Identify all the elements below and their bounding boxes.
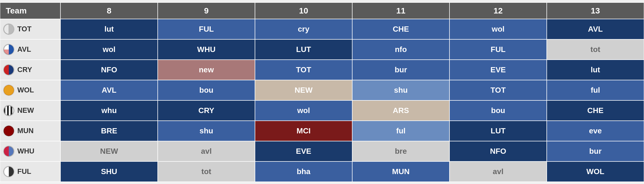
cell-row3-col2[interactable]: NEW bbox=[255, 80, 352, 100]
team-cell-inner: NEW bbox=[3, 105, 60, 116]
team-badge bbox=[3, 64, 15, 76]
team-cell-inner: TOT bbox=[3, 23, 60, 35]
team-header: Team bbox=[0, 2, 60, 19]
cell-row1-col4[interactable]: FUL bbox=[449, 39, 547, 60]
col-9-header: 9 bbox=[158, 2, 255, 19]
team-name: MUN bbox=[17, 127, 34, 135]
team-badge bbox=[3, 125, 15, 137]
cell-row5-col3[interactable]: ful bbox=[352, 121, 449, 141]
cell-row0-col3[interactable]: CHE bbox=[352, 19, 449, 39]
cell-row4-col1[interactable]: CRY bbox=[158, 100, 255, 121]
table-row: FULSHUtotbhaMUNavlWOL bbox=[0, 161, 644, 182]
cell-row4-col5[interactable]: CHE bbox=[547, 100, 644, 121]
cell-row1-col3[interactable]: nfo bbox=[352, 39, 449, 60]
team-cell-inner: WOL bbox=[3, 84, 60, 96]
team-name: WHU bbox=[17, 147, 34, 155]
cell-row2-col4[interactable]: EVE bbox=[449, 60, 547, 80]
team-cell: CRY bbox=[0, 60, 60, 80]
cell-row5-col1[interactable]: shu bbox=[158, 121, 255, 141]
team-cell-inner: AVL bbox=[3, 44, 60, 55]
cell-row5-col4[interactable]: LUT bbox=[449, 121, 547, 141]
cell-row7-col2[interactable]: bha bbox=[255, 161, 352, 182]
table-row: NEWwhuCRYwolARSbouCHE bbox=[0, 100, 644, 121]
cell-row4-col3[interactable]: ARS bbox=[352, 100, 449, 121]
cell-row7-col4[interactable]: avl bbox=[449, 161, 547, 182]
cell-row1-col5[interactable]: tot bbox=[547, 39, 644, 60]
cell-row7-col0[interactable]: SHU bbox=[60, 161, 158, 182]
cell-row0-col0[interactable]: lut bbox=[60, 19, 158, 39]
cell-row4-col0[interactable]: whu bbox=[60, 100, 158, 121]
team-cell: NEW bbox=[0, 100, 60, 121]
team-badge bbox=[3, 44, 15, 55]
team-badge bbox=[3, 105, 15, 116]
cell-row6-col3[interactable]: bre bbox=[352, 141, 449, 161]
cell-row3-col3[interactable]: shu bbox=[352, 80, 449, 100]
table-row: TOTlutFULcryCHEwolAVL bbox=[0, 19, 644, 39]
cell-row5-col2[interactable]: MCI bbox=[255, 121, 352, 141]
col-11-header: 11 bbox=[352, 2, 449, 19]
cell-row2-col5[interactable]: lut bbox=[547, 60, 644, 80]
svg-point-11 bbox=[4, 126, 14, 136]
cell-row3-col0[interactable]: AVL bbox=[60, 80, 158, 100]
cell-row1-col0[interactable]: wol bbox=[60, 39, 158, 60]
cell-row0-col5[interactable]: AVL bbox=[547, 19, 644, 39]
cell-row6-col5[interactable]: bur bbox=[547, 141, 644, 161]
team-cell: MUN bbox=[0, 121, 60, 141]
svg-rect-8 bbox=[7, 105, 9, 116]
header-row: Team 8 9 10 11 12 13 bbox=[0, 2, 644, 19]
cell-row6-col2[interactable]: EVE bbox=[255, 141, 352, 161]
team-name: TOT bbox=[17, 25, 32, 33]
team-cell-inner: WHU bbox=[3, 145, 60, 157]
cell-row1-col2[interactable]: LUT bbox=[255, 39, 352, 60]
team-cell-inner: MUN bbox=[3, 125, 60, 137]
cell-row7-col1[interactable]: tot bbox=[158, 161, 255, 182]
team-badge bbox=[3, 145, 15, 157]
col-12-header: 12 bbox=[449, 2, 547, 19]
team-badge bbox=[3, 23, 15, 35]
cell-row3-col4[interactable]: TOT bbox=[449, 80, 547, 100]
cell-row5-col0[interactable]: BRE bbox=[60, 121, 158, 141]
team-cell: AVL bbox=[0, 39, 60, 60]
cell-row2-col3[interactable]: bur bbox=[352, 60, 449, 80]
team-cell-inner: FUL bbox=[3, 166, 60, 177]
table-row: AVLwolWHULUTnfoFULtot bbox=[0, 39, 644, 60]
team-cell-inner: CRY bbox=[3, 64, 60, 76]
table-row: CRYNFOnewTOTburEVElut bbox=[0, 60, 644, 80]
svg-point-4 bbox=[4, 85, 14, 95]
team-name: CRY bbox=[17, 65, 32, 74]
cell-row3-col1[interactable]: bou bbox=[158, 80, 255, 100]
cell-row0-col1[interactable]: FUL bbox=[158, 19, 255, 39]
cell-row1-col1[interactable]: WHU bbox=[158, 39, 255, 60]
cell-row6-col4[interactable]: NFO bbox=[449, 141, 547, 161]
team-badge bbox=[3, 84, 15, 96]
team-name: AVL bbox=[17, 45, 31, 54]
cell-row3-col5[interactable]: ful bbox=[547, 80, 644, 100]
table-row: MUNBREshuMCIfulLUTeve bbox=[0, 121, 644, 141]
team-cell: WOL bbox=[0, 80, 60, 100]
cell-row5-col5[interactable]: eve bbox=[547, 121, 644, 141]
cell-row7-col3[interactable]: MUN bbox=[352, 161, 449, 182]
team-cell: TOT bbox=[0, 19, 60, 39]
table-row: WOLAVLbouNEWshuTOTful bbox=[0, 80, 644, 100]
cell-row6-col1[interactable]: avl bbox=[158, 141, 255, 161]
cell-row0-col2[interactable]: cry bbox=[255, 19, 352, 39]
cell-row2-col2[interactable]: TOT bbox=[255, 60, 352, 80]
cell-row7-col5[interactable]: WOL bbox=[547, 161, 644, 182]
team-name: NEW bbox=[17, 106, 34, 115]
team-cell: WHU bbox=[0, 141, 60, 161]
team-name: FUL bbox=[17, 167, 31, 176]
cell-row0-col4[interactable]: wol bbox=[449, 19, 547, 39]
team-name: WOL bbox=[17, 86, 34, 94]
cell-row4-col2[interactable]: wol bbox=[255, 100, 352, 121]
cell-row2-col0[interactable]: NFO bbox=[60, 60, 158, 80]
cell-row2-col1[interactable]: new bbox=[158, 60, 255, 80]
cell-row4-col4[interactable]: bou bbox=[449, 100, 547, 121]
table-row: WHUNEWavlEVEbreNFObur bbox=[0, 141, 644, 161]
team-badge bbox=[3, 166, 15, 177]
col-10-header: 10 bbox=[255, 2, 352, 19]
col-13-header: 13 bbox=[547, 2, 644, 19]
col-8-header: 8 bbox=[60, 2, 158, 19]
team-cell: FUL bbox=[0, 161, 60, 182]
cell-row6-col0[interactable]: NEW bbox=[60, 141, 158, 161]
